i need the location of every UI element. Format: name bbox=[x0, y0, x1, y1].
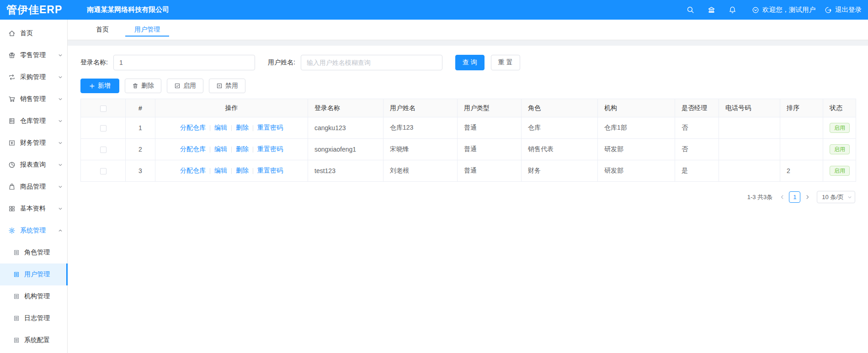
enable-button[interactable]: 启用 bbox=[167, 79, 203, 93]
search-button[interactable]: 查 询 bbox=[455, 55, 485, 70]
sidebar-item-label: 机构管理 bbox=[24, 292, 63, 300]
chevron-down-icon bbox=[847, 195, 852, 200]
sidebar-item-log-mgmt[interactable]: 日志管理 bbox=[0, 307, 67, 329]
user-name-input[interactable] bbox=[301, 55, 442, 70]
cell-login-name: cangku123 bbox=[308, 117, 383, 139]
submenu-doc-icon bbox=[13, 315, 20, 321]
submenu-doc-icon bbox=[13, 271, 20, 278]
retail-icon bbox=[8, 52, 16, 59]
header-actions: 欢迎您，测试用户 退出登录 bbox=[680, 5, 868, 14]
col-user-type: 用户类型 bbox=[458, 99, 522, 117]
edit-link[interactable]: 编辑 bbox=[214, 167, 227, 175]
welcome-text: 欢迎您，测试用户 bbox=[762, 5, 815, 14]
page-number-button[interactable]: 1 bbox=[789, 191, 800, 203]
search-icon[interactable] bbox=[680, 6, 701, 14]
reset-password-link[interactable]: 重置密码 bbox=[257, 167, 283, 175]
tab-user-mgmt[interactable]: 用户管理 bbox=[125, 20, 169, 40]
chevron-down-icon bbox=[58, 53, 63, 58]
tab-home[interactable]: 首页 bbox=[87, 20, 118, 40]
sidebar-item-label: 销售管理 bbox=[20, 95, 58, 103]
sidebar-item-system-config[interactable]: 系统配置 bbox=[0, 329, 67, 351]
bell-icon[interactable] bbox=[722, 6, 743, 14]
sidebar-item-report[interactable]: 报表查询 bbox=[0, 154, 67, 176]
status-badge[interactable]: 启用 bbox=[830, 123, 850, 133]
user-menu[interactable]: 欢迎您，测试用户 bbox=[752, 5, 815, 14]
reset-password-link[interactable]: 重置密码 bbox=[257, 124, 283, 132]
sidebar-item-goods[interactable]: 商品管理 bbox=[0, 176, 67, 198]
reset-password-link[interactable]: 重置密码 bbox=[257, 145, 283, 153]
reset-button[interactable]: 重 置 bbox=[491, 55, 520, 70]
page-size-select[interactable]: 10 条/页 bbox=[817, 191, 855, 203]
cell-role: 财务 bbox=[522, 160, 598, 182]
bank-icon[interactable] bbox=[701, 6, 722, 14]
logout-button[interactable]: 退出登录 bbox=[825, 5, 862, 14]
select-all-checkbox[interactable] bbox=[100, 105, 107, 112]
pagination: 1-3 共3条 1 10 条/页 bbox=[80, 191, 855, 203]
cell-org: 仓库1部 bbox=[598, 117, 675, 139]
edit-link[interactable]: 编辑 bbox=[214, 145, 227, 153]
basic-icon bbox=[8, 205, 16, 212]
table-row: 2 分配仓库 编辑 删除 重置密码 songxiaofeng1 宋晓锋 普通 销… bbox=[81, 139, 856, 160]
content-panel: 登录名称: 用户姓名: 查 询 重 置 新增 删除 bbox=[68, 46, 868, 353]
login-name-input[interactable] bbox=[113, 55, 255, 70]
chevron-down-icon bbox=[58, 163, 63, 167]
sidebar-item-system[interactable]: 系统管理 bbox=[0, 220, 67, 242]
logout-text: 退出登录 bbox=[835, 5, 862, 14]
sidebar-item-org-mgmt[interactable]: 机构管理 bbox=[0, 285, 67, 307]
home-icon bbox=[8, 30, 16, 37]
main-area: 首页 用户管理 登录名称: 用户姓名: 查 询 重 置 新增 bbox=[68, 20, 868, 353]
sidebar: 首页 零售管理 采购管理 销售管理 仓库管理 bbox=[0, 20, 68, 353]
welcome-icon bbox=[752, 6, 759, 14]
sidebar-item-label: 角色管理 bbox=[24, 248, 63, 257]
cell-is-manager: 否 bbox=[675, 139, 719, 160]
row-checkbox[interactable] bbox=[100, 147, 107, 153]
login-name-label: 登录名称: bbox=[80, 58, 108, 67]
cell-sort: 2 bbox=[780, 160, 823, 182]
cell-phone bbox=[719, 117, 780, 139]
assign-warehouse-link[interactable]: 分配仓库 bbox=[180, 124, 206, 132]
delete-button[interactable]: 删除 bbox=[125, 79, 161, 93]
status-badge[interactable]: 启用 bbox=[830, 166, 850, 176]
cell-sort bbox=[780, 117, 823, 139]
cell-index: 2 bbox=[126, 139, 155, 160]
sidebar-item-label: 日志管理 bbox=[24, 314, 63, 322]
x-square-icon bbox=[216, 83, 223, 89]
sidebar-item-label: 报表查询 bbox=[20, 161, 58, 169]
app-root: 管伊佳ERP 南通某某网络科技有限公司 欢迎您，测试用户 bbox=[0, 0, 868, 353]
col-user-name: 用户姓名 bbox=[383, 99, 458, 117]
sidebar-item-basic-data[interactable]: 基本资料 bbox=[0, 198, 67, 220]
disable-button[interactable]: 禁用 bbox=[209, 79, 245, 93]
goods-icon bbox=[8, 183, 16, 190]
sidebar-item-sales[interactable]: 销售管理 bbox=[0, 88, 67, 110]
top-header: 管伊佳ERP 南通某某网络科技有限公司 欢迎您，测试用户 bbox=[0, 0, 868, 20]
delete-link[interactable]: 删除 bbox=[236, 124, 249, 132]
row-checkbox[interactable] bbox=[100, 125, 107, 132]
sidebar-item-purchase[interactable]: 采购管理 bbox=[0, 66, 67, 88]
chevron-up-icon bbox=[58, 228, 63, 233]
add-button[interactable]: 新增 bbox=[80, 79, 119, 93]
warehouse-icon bbox=[8, 117, 16, 125]
sidebar-item-home[interactable]: 首页 bbox=[0, 22, 67, 44]
row-checkbox[interactable] bbox=[100, 168, 107, 174]
next-page-icon[interactable] bbox=[802, 192, 812, 203]
assign-warehouse-link[interactable]: 分配仓库 bbox=[180, 167, 206, 175]
sidebar-item-finance[interactable]: 财务管理 bbox=[0, 132, 67, 154]
plus-icon bbox=[89, 83, 95, 89]
cell-is-manager: 否 bbox=[675, 117, 719, 139]
sidebar-item-warehouse[interactable]: 仓库管理 bbox=[0, 110, 67, 132]
pagination-total: 1-3 共3条 bbox=[747, 193, 773, 201]
sidebar-item-label: 采购管理 bbox=[20, 73, 58, 81]
cell-login-name: songxiaofeng1 bbox=[308, 139, 383, 160]
delete-link[interactable]: 删除 bbox=[236, 145, 249, 153]
table-row: 1 分配仓库 编辑 删除 重置密码 cangku123 仓库123 普通 仓库 bbox=[81, 117, 856, 139]
assign-warehouse-link[interactable]: 分配仓库 bbox=[180, 145, 206, 153]
status-badge[interactable]: 启用 bbox=[830, 144, 850, 154]
cell-phone bbox=[719, 160, 780, 182]
sidebar-item-user-mgmt[interactable]: 用户管理 bbox=[0, 263, 67, 285]
delete-link[interactable]: 删除 bbox=[236, 167, 249, 175]
edit-link[interactable]: 编辑 bbox=[214, 124, 227, 132]
cell-sort bbox=[780, 139, 823, 160]
sidebar-item-role-mgmt[interactable]: 角色管理 bbox=[0, 242, 67, 263]
prev-page-icon[interactable] bbox=[777, 192, 787, 203]
sidebar-item-retail[interactable]: 零售管理 bbox=[0, 44, 67, 66]
